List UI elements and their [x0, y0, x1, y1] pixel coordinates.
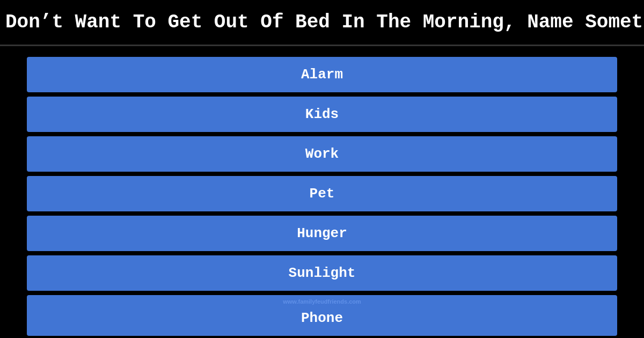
answer-2[interactable]: Kids: [27, 97, 617, 132]
answer-7-label: Phone: [301, 310, 343, 326]
answer-6[interactable]: Sunlight: [27, 255, 617, 291]
answer-1-label: Alarm: [301, 67, 343, 83]
answer-4-label: Pet: [310, 186, 335, 202]
answer-6-label: Sunlight: [289, 265, 356, 281]
answer-2-label: Kids: [305, 106, 339, 122]
question-header: Don’t Want To Get Out Of Bed In The Morn…: [0, 0, 644, 46]
watermark-text: www.familyfeudfriends.com: [283, 298, 361, 305]
answers-list: Alarm Kids Work Pet Hunger Sunlight www.…: [0, 52, 644, 338]
question-text: Don’t Want To Get Out Of Bed In The Morn…: [5, 11, 644, 33]
answer-3-label: Work: [305, 146, 339, 162]
answer-5-label: Hunger: [297, 225, 347, 241]
answer-4[interactable]: Pet: [27, 176, 617, 211]
answer-3[interactable]: Work: [27, 136, 617, 172]
answer-7[interactable]: www.familyfeudfriends.com Phone: [27, 295, 617, 336]
answer-5[interactable]: Hunger: [27, 216, 617, 251]
answer-1[interactable]: Alarm: [27, 57, 617, 92]
